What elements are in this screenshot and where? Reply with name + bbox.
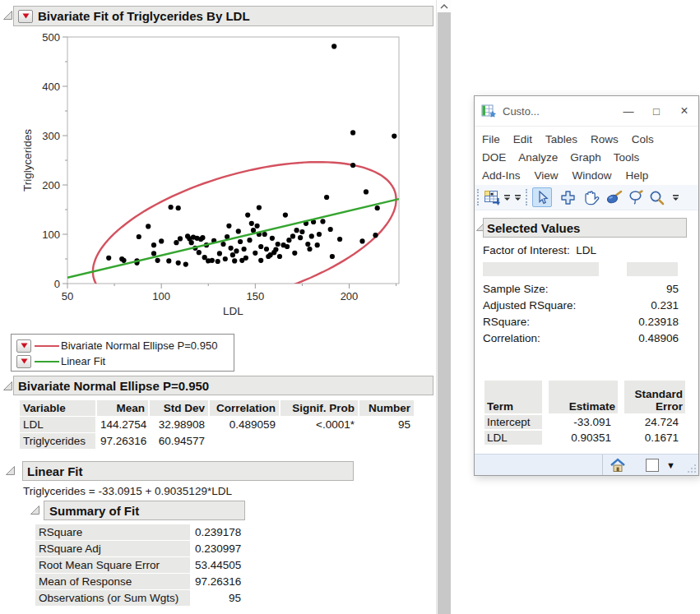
dropdown-triangle-icon[interactable]: ▼ [666, 460, 675, 470]
hand-tool-icon[interactable] [582, 190, 600, 205]
window-title-bar[interactable]: Custo... — □ × [475, 96, 698, 127]
data-point[interactable] [210, 258, 215, 263]
data-point[interactable] [359, 238, 364, 243]
data-point[interactable] [242, 247, 247, 252]
data-point[interactable] [350, 130, 355, 135]
menu-tools[interactable]: Tools [614, 149, 640, 167]
data-point[interactable] [247, 238, 252, 242]
data-point[interactable] [285, 244, 290, 249]
data-point[interactable] [264, 247, 269, 252]
data-point[interactable] [176, 205, 181, 210]
linear-fit-line[interactable] [67, 199, 399, 278]
toolbar-grip[interactable] [526, 189, 527, 205]
disclosure-icon-summary[interactable] [30, 505, 40, 515]
data-point[interactable] [200, 235, 205, 240]
maximize-button[interactable]: □ [642, 96, 670, 126]
data-point[interactable] [330, 254, 335, 259]
data-point[interactable] [298, 235, 303, 240]
data-point[interactable] [216, 259, 220, 264]
data-point[interactable] [234, 248, 239, 253]
data-point[interactable] [159, 238, 164, 243]
menu-window[interactable]: Window [573, 167, 612, 185]
red-triangle-menu-button[interactable] [18, 10, 33, 23]
data-point[interactable] [258, 244, 263, 249]
data-point[interactable] [320, 219, 325, 224]
data-point[interactable] [176, 261, 181, 265]
data-point[interactable] [258, 258, 263, 263]
data-point[interactable] [307, 247, 312, 252]
data-point[interactable] [223, 256, 228, 261]
data-point[interactable] [315, 242, 320, 247]
data-point[interactable] [283, 213, 288, 218]
data-point[interactable] [286, 238, 291, 242]
data-point[interactable] [364, 189, 369, 194]
home-icon[interactable] [610, 458, 626, 473]
resize-grip[interactable] [687, 464, 697, 473]
new-data-table-icon[interactable] [484, 189, 500, 205]
data-point[interactable] [238, 239, 243, 244]
red-triangle-menu-button[interactable] [16, 355, 31, 368]
data-point[interactable] [375, 205, 380, 210]
data-point[interactable] [229, 246, 234, 251]
scatter-plot[interactable]: 010020030040050050100150200LDLTriglyceri… [0, 30, 436, 329]
close-button[interactable]: × [670, 96, 698, 126]
window-state-checkbox[interactable] [646, 459, 659, 472]
data-point[interactable] [232, 258, 237, 263]
toolbar-overflow-icon[interactable] [672, 192, 679, 202]
arrow-tool-icon[interactable] [532, 187, 552, 207]
data-point[interactable] [146, 224, 151, 229]
data-point[interactable] [151, 242, 156, 247]
data-point[interactable] [328, 227, 333, 232]
data-point[interactable] [290, 233, 295, 238]
menu-doe[interactable]: DOE [482, 149, 506, 167]
menu-graph[interactable]: Graph [570, 149, 601, 167]
data-point[interactable] [305, 242, 310, 247]
data-point[interactable] [243, 256, 248, 261]
disclosure-icon-ellipse-section[interactable] [2, 381, 13, 391]
data-point[interactable] [174, 240, 178, 245]
disclosure-icon-report[interactable] [2, 10, 13, 21]
data-point[interactable] [249, 221, 254, 226]
data-point[interactable] [137, 234, 141, 239]
data-point[interactable] [155, 258, 160, 263]
menu-edit[interactable]: Edit [513, 131, 532, 149]
toolbar-overflow-icon[interactable] [514, 192, 522, 202]
data-point[interactable] [226, 224, 231, 229]
data-point[interactable] [197, 250, 202, 255]
brush-tool-icon[interactable] [605, 190, 623, 205]
data-point[interactable] [292, 251, 297, 256]
data-point[interactable] [262, 232, 267, 237]
menu-view[interactable]: View [535, 167, 559, 185]
menu-analyze[interactable]: Analyze [518, 149, 558, 167]
disclosure-icon-linear-fit[interactable] [5, 465, 16, 476]
data-point[interactable] [270, 236, 275, 241]
menu-rows[interactable]: Rows [591, 131, 619, 149]
data-point[interactable] [121, 258, 126, 263]
menu-addins[interactable]: Add-Ins [482, 167, 521, 185]
data-point[interactable] [166, 258, 171, 263]
data-point[interactable] [373, 233, 378, 238]
move-tool-icon[interactable] [560, 190, 576, 205]
data-point[interactable] [317, 232, 322, 237]
data-point[interactable] [202, 255, 207, 260]
toolbar-overflow-icon[interactable] [503, 192, 511, 202]
data-point[interactable] [253, 251, 257, 256]
toolbar-grip[interactable] [477, 189, 479, 205]
menu-tables[interactable]: Tables [545, 131, 577, 149]
data-point[interactable] [324, 195, 329, 200]
data-point[interactable] [217, 251, 222, 256]
data-point[interactable] [392, 134, 396, 139]
data-point[interactable] [257, 205, 262, 210]
data-point[interactable] [230, 252, 235, 257]
data-point[interactable] [294, 228, 299, 233]
magnifier-tool-icon[interactable] [649, 190, 665, 205]
data-point[interactable] [309, 233, 314, 238]
data-point[interactable] [245, 213, 250, 218]
lasso-tool-icon[interactable] [628, 190, 643, 205]
data-point[interactable] [337, 237, 342, 242]
data-point[interactable] [151, 251, 156, 256]
scrollbar-thumb[interactable] [438, 12, 451, 614]
data-point[interactable] [299, 229, 304, 234]
red-triangle-menu-button[interactable] [16, 339, 31, 353]
data-point[interactable] [220, 242, 225, 247]
